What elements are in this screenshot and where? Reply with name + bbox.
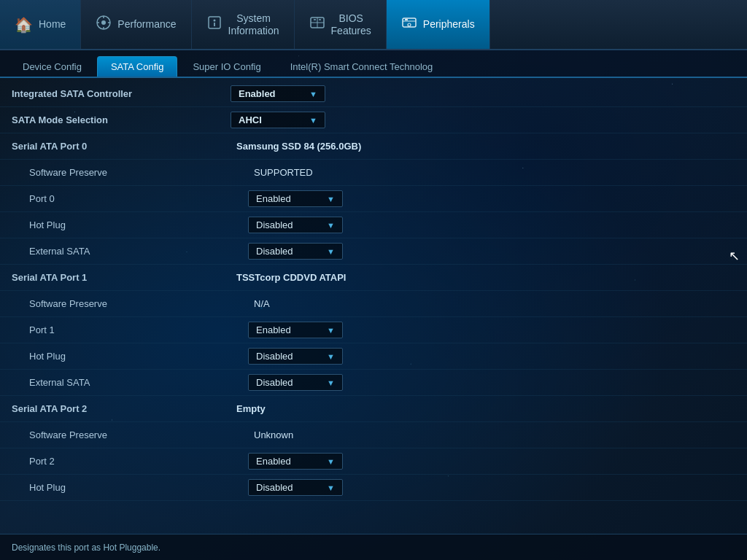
svg-point-17 (408, 23, 411, 26)
external-sata-0-label: External SATA (29, 246, 248, 257)
serial-ata-port-0-value: Samsung SSD 84 (256.0GB) (231, 141, 735, 152)
port-2-arrow-icon: ▼ (327, 457, 335, 466)
tab-device-config[interactable]: Device Config (9, 56, 96, 77)
external-sata-0-dropdown[interactable]: Disabled ▼ (248, 243, 343, 260)
row-serial-ata-port-2: Serial ATA Port 2 Empty (0, 396, 747, 422)
row-software-preserve-0: Software Preserve SUPPORTED (0, 160, 747, 186)
hot-plug-0-arrow-icon: ▼ (327, 221, 335, 230)
external-sata-1-value: Disabled ▼ (248, 374, 735, 391)
nav-peripherals-label: Peripherals (423, 18, 475, 31)
port-2-dropdown[interactable]: Enabled ▼ (248, 453, 343, 470)
row-port-2: Port 2 Enabled ▼ (0, 448, 747, 475)
status-bar: Designates this port as Hot Pluggable. (0, 534, 747, 560)
external-sata-0-dropdown-text: Disabled (256, 246, 293, 257)
hot-plug-2-label: Hot Plug (29, 482, 248, 493)
serial-ata-port-2-value: Empty (231, 403, 735, 414)
system-info-icon (206, 15, 222, 34)
software-preserve-2-label: Software Preserve (29, 429, 248, 440)
nav-system-information[interactable]: SystemInformation (192, 0, 295, 49)
port-0-arrow-icon: ▼ (327, 195, 335, 203)
tab-sata-config[interactable]: SATA Config (97, 56, 178, 77)
hot-plug-2-dropdown[interactable]: Disabled ▼ (248, 479, 343, 496)
row-port-1: Port 1 Enabled ▼ (0, 317, 747, 343)
sata-mode-dropdown[interactable]: AHCI ▼ (231, 112, 325, 128)
port-0-label: Port 0 (29, 193, 248, 204)
row-external-sata-0: External SATA Disabled ▼ (0, 238, 747, 265)
row-software-preserve-1: Software Preserve N/A (0, 291, 747, 317)
hot-plug-1-label: Hot Plug (29, 351, 248, 362)
main-content: Integrated SATA Controller Enabled ▼ SAT… (0, 78, 747, 534)
port-1-value: Enabled ▼ (248, 322, 735, 338)
software-preserve-1-value: N/A (248, 298, 735, 309)
tabs-bar: Device Config SATA Config Super IO Confi… (0, 50, 747, 78)
nav-home-label: Home (39, 18, 66, 31)
nav-performance[interactable]: Performance (81, 0, 191, 49)
external-sata-0-value: Disabled ▼ (248, 243, 735, 260)
row-external-sata-1: External SATA Disabled ▼ (0, 370, 747, 396)
row-software-preserve-2: Software Preserve Unknown (0, 422, 747, 448)
hot-plug-1-dropdown[interactable]: Disabled ▼ (248, 348, 343, 365)
external-sata-1-dropdown-text: Disabled (256, 377, 293, 388)
row-sata-mode: SATA Mode Selection AHCI ▼ (0, 107, 747, 133)
svg-point-1 (101, 20, 106, 25)
status-text: Designates this port as Hot Pluggable. (12, 542, 160, 553)
hot-plug-1-dropdown-text: Disabled (256, 351, 293, 362)
port-0-value: Enabled ▼ (248, 190, 735, 207)
integrated-sata-dropdown-text: Enabled (239, 88, 276, 99)
port-2-dropdown-text: Enabled (256, 456, 291, 467)
software-preserve-0-value: SUPPORTED (248, 167, 735, 178)
sata-mode-label: SATA Mode Selection (12, 114, 231, 125)
peripherals-icon (401, 15, 417, 34)
software-preserve-2-value: Unknown (248, 429, 735, 440)
svg-rect-16 (405, 19, 408, 20)
bios-icon (309, 15, 325, 34)
serial-ata-port-0-label: Serial ATA Port 0 (12, 141, 231, 152)
hot-plug-0-dropdown[interactable]: Disabled ▼ (248, 217, 343, 233)
port-1-dropdown[interactable]: Enabled ▼ (248, 322, 343, 338)
sata-mode-value: AHCI ▼ (231, 112, 735, 128)
row-integrated-sata: Integrated SATA Controller Enabled ▼ (0, 81, 747, 107)
row-hot-plug-2: Hot Plug Disabled ▼ (0, 475, 747, 501)
hot-plug-2-dropdown-text: Disabled (256, 482, 293, 493)
hot-plug-2-value: Disabled ▼ (248, 479, 735, 496)
integrated-sata-value: Enabled ▼ (231, 85, 735, 102)
nav-bios-label: BIOSFeatures (331, 12, 371, 37)
tab-intel-smart[interactable]: Intel(R) Smart Connect Technolog (276, 56, 447, 77)
integrated-sata-label: Integrated SATA Controller (12, 88, 231, 99)
home-icon: 🏠 (15, 16, 33, 34)
integrated-sata-dropdown[interactable]: Enabled ▼ (231, 85, 325, 102)
port-1-arrow-icon: ▼ (327, 326, 335, 335)
port-2-label: Port 2 (29, 456, 248, 467)
software-preserve-1-label: Software Preserve (29, 298, 248, 309)
port-0-dropdown[interactable]: Enabled ▼ (248, 190, 343, 207)
external-sata-1-label: External SATA (29, 377, 248, 388)
nav-peripherals[interactable]: Peripherals (387, 0, 490, 49)
serial-ata-port-1-value: TSSTcorp CDDVD ATAPI (231, 272, 735, 283)
sata-mode-dropdown-text: AHCI (239, 114, 262, 125)
row-serial-ata-port-1: Serial ATA Port 1 TSSTcorp CDDVD ATAPI (0, 265, 747, 291)
hot-plug-0-label: Hot Plug (29, 219, 248, 230)
external-sata-0-arrow-icon: ▼ (327, 247, 335, 256)
tab-super-io-config[interactable]: Super IO Config (179, 56, 274, 77)
software-preserve-0-label: Software Preserve (29, 167, 248, 178)
row-serial-ata-port-0: Serial ATA Port 0 Samsung SSD 84 (256.0G… (0, 133, 747, 160)
hot-plug-1-arrow-icon: ▼ (327, 352, 335, 361)
top-navigation: 🏠 Home Performance (0, 0, 747, 50)
external-sata-1-dropdown[interactable]: Disabled ▼ (248, 374, 343, 391)
hot-plug-0-value: Disabled ▼ (248, 217, 735, 233)
sata-mode-arrow-icon: ▼ (309, 116, 317, 125)
port-1-label: Port 1 (29, 324, 248, 335)
performance-icon (96, 15, 112, 34)
hot-plug-1-value: Disabled ▼ (248, 348, 735, 365)
hot-plug-0-dropdown-text: Disabled (256, 219, 293, 230)
svg-point-7 (213, 20, 215, 22)
svg-rect-14 (403, 18, 416, 27)
external-sata-1-arrow-icon: ▼ (327, 378, 335, 387)
nav-home[interactable]: 🏠 Home (0, 0, 81, 49)
row-hot-plug-1: Hot Plug Disabled ▼ (0, 343, 747, 370)
nav-system-info-label: SystemInformation (228, 12, 279, 37)
row-port-0: Port 0 Enabled ▼ (0, 186, 747, 212)
port-1-dropdown-text: Enabled (256, 324, 291, 335)
serial-ata-port-2-label: Serial ATA Port 2 (12, 403, 231, 414)
nav-bios-features[interactable]: BIOSFeatures (295, 0, 387, 49)
